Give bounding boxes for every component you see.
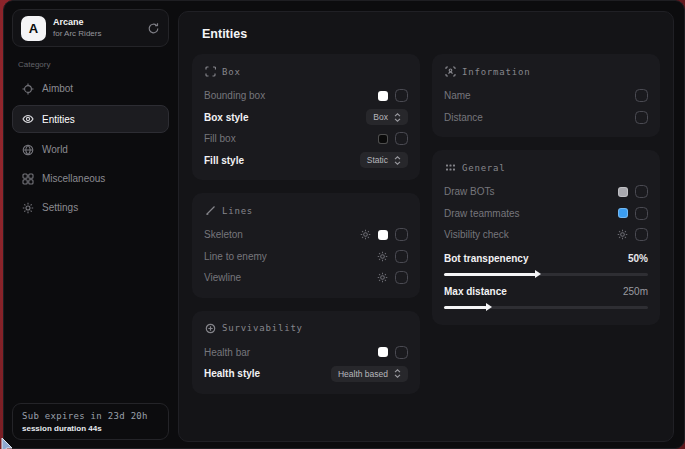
row-settings-gear-icon[interactable] (360, 229, 371, 240)
reload-icon[interactable] (147, 22, 160, 35)
lines-card: Lines Skeleton (192, 193, 420, 298)
chevron-up-down-icon (394, 156, 401, 165)
grid-layout-icon (22, 173, 34, 185)
fill-style-dropdown[interactable]: Static (360, 152, 408, 168)
color-swatch[interactable] (378, 347, 388, 357)
brand-subtitle: for Arc Riders (53, 29, 140, 39)
color-swatch[interactable] (378, 91, 388, 101)
color-swatch[interactable] (378, 230, 388, 240)
health-style-dropdown[interactable]: Health based (331, 366, 408, 382)
dropdown-value: Static (367, 155, 388, 165)
person-scan-icon (445, 66, 456, 77)
gear-icon (22, 202, 34, 214)
checkbox[interactable] (635, 89, 648, 102)
crosshair-icon (22, 83, 34, 95)
setting-row-name: Name (444, 85, 648, 107)
checkbox[interactable] (395, 250, 408, 263)
slider-fill (444, 306, 487, 309)
information-card-header: Information (445, 66, 648, 77)
setting-row-fill-style: Fill style Static (204, 150, 408, 172)
checkbox[interactable] (635, 111, 648, 124)
information-card: Information Name Distance (432, 54, 660, 137)
box-brackets-icon (205, 66, 216, 77)
setting-label: Draw BOTs (444, 186, 618, 197)
bot-transparency-slider[interactable] (444, 273, 648, 276)
slider-fill (444, 273, 536, 276)
avatar: A (21, 16, 46, 41)
box-card-header: Box (205, 66, 408, 77)
setting-label: Bounding box (204, 90, 378, 101)
setting-label: Visibility check (444, 229, 617, 240)
session-duration-text: session duration 44s (22, 424, 159, 433)
slider-label: Max distance (444, 286, 623, 297)
sidebar-item-settings[interactable]: Settings (12, 195, 169, 220)
checkbox[interactable] (635, 228, 648, 241)
card-title: Lines (222, 206, 253, 216)
sidebar-item-label: Miscellaneous (42, 173, 105, 184)
color-swatch[interactable] (618, 187, 628, 197)
checkbox[interactable] (395, 228, 408, 241)
checkbox[interactable] (395, 89, 408, 102)
setting-label: Health style (204, 368, 331, 379)
setting-label: Draw teammates (444, 208, 618, 219)
setting-row-box-style: Box style Box (204, 107, 408, 129)
general-card-header: General (445, 162, 648, 173)
setting-row-viewline: Viewline (204, 267, 408, 289)
slider-value: 50% (628, 253, 648, 264)
survivability-card-header: Survivability (205, 323, 408, 334)
pencil-line-icon (205, 205, 216, 216)
checkbox[interactable] (635, 207, 648, 220)
right-column: Information Name Distance (432, 54, 660, 394)
sidebar-item-aimbot[interactable]: Aimbot (12, 76, 169, 101)
sidebar-item-label: Entities (42, 114, 75, 125)
dots-grid-icon (445, 162, 456, 173)
setting-row-draw-bots: Draw BOTs (444, 181, 648, 203)
card-title: General (462, 163, 506, 173)
checkbox[interactable] (395, 271, 408, 284)
setting-row-skeleton: Skeleton (204, 224, 408, 246)
setting-row-fill-box: Fill box (204, 128, 408, 150)
checkbox[interactable] (395, 132, 408, 145)
row-settings-gear-icon[interactable] (377, 251, 388, 262)
max-distance-slider[interactable] (444, 306, 648, 309)
bot-transparency-group: Bot transpenency 50% (444, 250, 648, 276)
setting-label: Fill box (204, 133, 378, 144)
brand-title: Arcane (53, 17, 140, 28)
chevron-up-down-icon (394, 369, 401, 378)
general-card: General Draw BOTs Draw teammates (432, 150, 660, 325)
card-title: Box (222, 67, 241, 77)
app-window: A Arcane for Arc Riders Category (3, 0, 685, 449)
row-settings-gear-icon[interactable] (377, 272, 388, 283)
setting-label: Name (444, 90, 635, 101)
setting-label: Fill style (204, 155, 360, 166)
entities-scan-icon (22, 113, 34, 125)
setting-label: Line to enemy (204, 251, 377, 262)
content-columns: Box Bounding box Box style (192, 54, 660, 394)
left-column: Box Bounding box Box style (192, 54, 420, 394)
globe-icon (22, 144, 34, 156)
setting-label: Viewline (204, 272, 377, 283)
page-title: Entities (202, 27, 660, 41)
sidebar-item-entities[interactable]: Entities (12, 105, 169, 133)
setting-label: Box style (204, 112, 366, 123)
box-card: Box Bounding box Box style (192, 54, 420, 180)
color-swatch[interactable] (378, 134, 388, 144)
sub-expiry-text: Sub expires in 23d 20h (22, 411, 159, 421)
dropdown-value: Box (373, 112, 388, 122)
subscription-status-card: Sub expires in 23d 20h session duration … (12, 403, 169, 440)
chevron-up-down-icon (394, 113, 401, 122)
slider-value: 250m (623, 286, 648, 297)
main-panel: Entities Box (178, 11, 674, 442)
box-style-dropdown[interactable]: Box (366, 109, 408, 125)
checkbox[interactable] (395, 346, 408, 359)
checkbox[interactable] (635, 185, 648, 198)
health-target-icon (205, 323, 216, 334)
sidebar-item-miscellaneous[interactable]: Miscellaneous (12, 166, 169, 191)
max-distance-group: Max distance 250m (444, 283, 648, 309)
color-swatch[interactable] (618, 208, 628, 218)
dropdown-value: Health based (338, 369, 388, 379)
setting-row-distance: Distance (444, 107, 648, 129)
sidebar-item-world[interactable]: World (12, 137, 169, 162)
row-settings-gear-icon[interactable] (617, 229, 628, 240)
screen-background: A Arcane for Arc Riders Category (0, 0, 685, 449)
